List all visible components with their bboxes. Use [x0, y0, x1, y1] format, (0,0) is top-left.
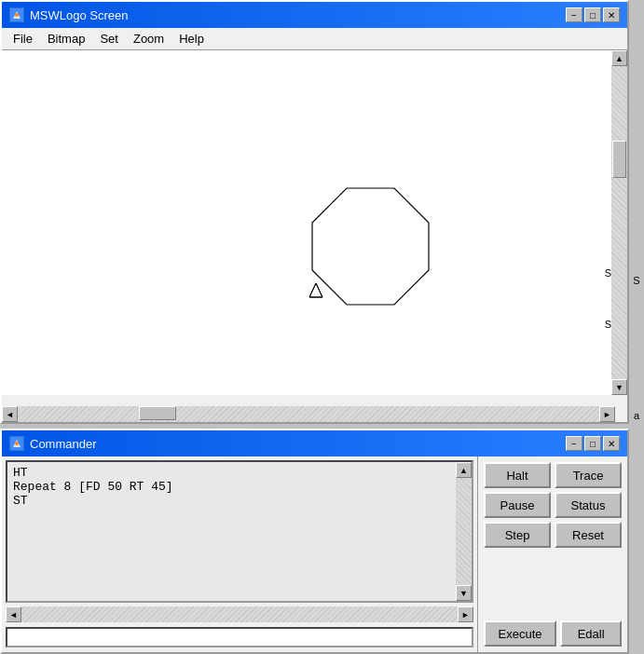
trace-button[interactable]: Trace [555, 462, 622, 488]
right-edge-s2: S [605, 319, 611, 330]
scroll-down-button[interactable]: ▼ [611, 379, 627, 395]
commander-input-field[interactable] [6, 627, 473, 647]
output-hscrollbar: ◄ ► [6, 606, 473, 622]
right-edge-s1: S [605, 267, 611, 279]
commander-icon [9, 436, 24, 451]
right-panel-a: a [629, 410, 644, 421]
scroll-up-button[interactable]: ▲ [611, 50, 627, 66]
edall-button[interactable]: Edall [560, 620, 622, 647]
output-line-3: ST [13, 494, 466, 508]
output-scrollbar: ▲ ▼ [456, 462, 472, 601]
scroll-right-button[interactable]: ► [599, 406, 615, 422]
commander-right-panel: Halt Trace Pause Status Step Reset Execu… [478, 456, 627, 652]
scroll-thumb-right[interactable] [612, 141, 626, 178]
menu-bitmap[interactable]: Bitmap [40, 30, 92, 48]
svg-marker-3 [312, 188, 429, 305]
drawing-canvas [2, 50, 614, 395]
commander-controls: − □ ✕ [566, 436, 620, 451]
svg-point-10 [15, 442, 19, 445]
output-hscroll-left[interactable]: ◄ [6, 606, 21, 622]
title-bar-controls: − □ ✕ [566, 7, 620, 22]
button-row-bottom: Execute Edall [484, 620, 622, 647]
menu-file[interactable]: File [6, 30, 40, 48]
commander-left-panel: HT Repeat 8 [FD 50 RT 45] ST ▲ ▼ ◄ ► [2, 456, 478, 652]
scroll-left-button[interactable]: ◄ [2, 406, 18, 422]
commander-maximize-button[interactable]: □ [584, 436, 601, 451]
menu-zoom[interactable]: Zoom [126, 30, 171, 48]
output-line-1: HT [13, 466, 466, 480]
menu-bar: File Bitmap Set Zoom Help [2, 28, 627, 50]
maximize-button[interactable]: □ [584, 7, 601, 22]
svg-point-2 [15, 13, 19, 17]
button-row-3: Step Reset [484, 522, 622, 548]
app-icon [9, 7, 24, 22]
svg-line-6 [316, 283, 322, 297]
output-scroll-up[interactable]: ▲ [456, 462, 472, 478]
commander-minimize-button[interactable]: − [566, 436, 582, 451]
commander-close-button[interactable]: ✕ [603, 436, 620, 451]
minimize-button[interactable]: − [566, 7, 582, 22]
scroll-thumb-bottom[interactable] [139, 406, 176, 420]
scroll-track-bottom [18, 406, 599, 422]
output-line-2: Repeat 8 [FD 50 RT 45] [13, 480, 466, 494]
main-window: MSWLogo Screen − □ ✕ File Bitmap Set Zoo… [0, 0, 629, 424]
title-bar-left: MSWLogo Screen [9, 7, 129, 22]
step-button[interactable]: Step [484, 522, 551, 548]
commander-output-area: HT Repeat 8 [FD 50 RT 45] ST ▲ ▼ [6, 460, 473, 603]
right-scrollbar: ▲ ▼ [611, 50, 627, 395]
output-hscroll-right[interactable]: ► [458, 606, 473, 622]
svg-marker-4 [309, 283, 322, 297]
pause-button[interactable]: Pause [484, 492, 551, 518]
main-title-text: MSWLogo Screen [30, 8, 129, 22]
button-spacer [484, 552, 622, 617]
bottom-scrollbar: ◄ ► [2, 406, 615, 422]
button-row-1: Halt Trace [484, 462, 622, 488]
main-title-bar: MSWLogo Screen − □ ✕ [2, 2, 627, 28]
right-panel-s: S [629, 275, 644, 286]
button-row-2: Pause Status [484, 492, 622, 518]
output-hscroll-track [21, 606, 458, 622]
reset-button[interactable]: Reset [555, 522, 622, 548]
scroll-track-right [611, 66, 627, 379]
menu-help[interactable]: Help [171, 30, 212, 48]
commander-input-row [2, 624, 477, 652]
output-scroll-track [456, 478, 472, 585]
commander-title-left: Commander [9, 436, 97, 451]
close-button[interactable]: ✕ [603, 7, 620, 22]
halt-button[interactable]: Halt [484, 462, 551, 488]
commander-output-text: HT Repeat 8 [FD 50 RT 45] ST [7, 462, 472, 511]
svg-line-5 [309, 283, 316, 297]
commander-window: Commander − □ ✕ HT Repeat 8 [FD 50 RT 45… [0, 429, 629, 654]
commander-title-text: Commander [30, 437, 97, 451]
status-button[interactable]: Status [555, 492, 622, 518]
execute-button[interactable]: Execute [484, 620, 556, 647]
commander-title-bar: Commander − □ ✕ [2, 430, 627, 456]
canvas-area [2, 50, 614, 395]
output-scroll-down[interactable]: ▼ [456, 585, 472, 601]
menu-set[interactable]: Set [92, 30, 126, 48]
commander-body: HT Repeat 8 [FD 50 RT 45] ST ▲ ▼ ◄ ► [2, 456, 627, 652]
